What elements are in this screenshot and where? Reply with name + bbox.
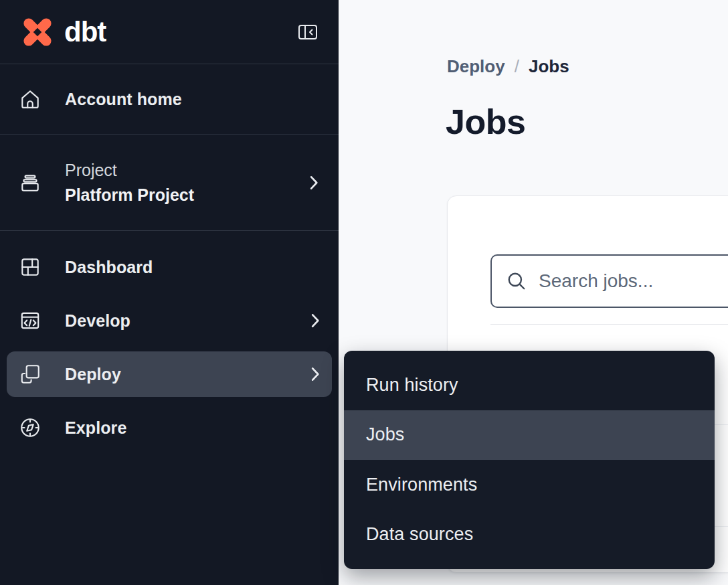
collapse-sidebar-button[interactable] <box>297 21 318 43</box>
search-jobs-input[interactable] <box>539 270 728 292</box>
home-icon <box>19 88 41 110</box>
project-icon <box>19 171 41 194</box>
sidebar-item-account-home[interactable]: Account home <box>0 64 339 135</box>
project-kicker: Project <box>65 161 286 180</box>
sidebar-item-develop[interactable]: Develop <box>7 294 332 347</box>
sidebar-item-label: Dashboard <box>65 258 320 277</box>
page-title: Jobs <box>446 102 525 142</box>
sidebar-nav: Dashboard Develop <box>0 231 339 454</box>
sidebar-item-label: Develop <box>65 311 288 331</box>
dbt-logo-wordmark: dbt <box>64 18 106 46</box>
breadcrumb: Deploy / Jobs <box>447 56 569 77</box>
project-text: Project Platform Project <box>65 161 286 205</box>
sidebar-item-deploy[interactable]: Deploy <box>7 351 332 397</box>
breadcrumb-jobs: Jobs <box>529 56 569 77</box>
project-name: Platform Project <box>65 185 286 205</box>
sidebar-item-dashboard[interactable]: Dashboard <box>7 240 332 294</box>
chevron-right-icon <box>311 313 320 328</box>
breadcrumb-separator: / <box>515 56 519 77</box>
flyout-item-run-history[interactable]: Run history <box>344 360 715 410</box>
flyout-item-environments[interactable]: Environments <box>344 460 715 510</box>
card-divider <box>490 324 728 325</box>
dashboard-icon <box>19 256 41 278</box>
sidebar-item-label: Account home <box>65 90 182 109</box>
sidebar-item-project[interactable]: Project Platform Project <box>0 135 339 231</box>
explore-icon <box>19 416 41 439</box>
sidebar-item-label: Deploy <box>65 365 288 384</box>
flyout-item-jobs[interactable]: Jobs <box>344 410 715 461</box>
dbt-logo[interactable]: dbt <box>19 14 106 50</box>
sidebar-header: dbt <box>0 0 339 64</box>
collapse-sidebar-icon <box>297 21 318 43</box>
chevron-right-icon <box>311 367 320 382</box>
sidebar: dbt Account home Proje <box>0 0 339 585</box>
deploy-icon <box>19 363 41 386</box>
chevron-right-icon <box>310 175 318 190</box>
dbt-logo-icon <box>19 14 56 50</box>
sidebar-item-label: Explore <box>65 418 320 438</box>
develop-icon <box>19 309 41 332</box>
breadcrumb-deploy[interactable]: Deploy <box>447 56 505 77</box>
flyout-item-data-sources[interactable]: Data sources <box>344 510 715 560</box>
deploy-flyout-menu: Run history Jobs Environments Data sourc… <box>344 351 715 569</box>
sidebar-item-explore[interactable]: Explore <box>7 401 332 454</box>
search-icon <box>507 271 527 291</box>
search-box <box>490 254 728 308</box>
